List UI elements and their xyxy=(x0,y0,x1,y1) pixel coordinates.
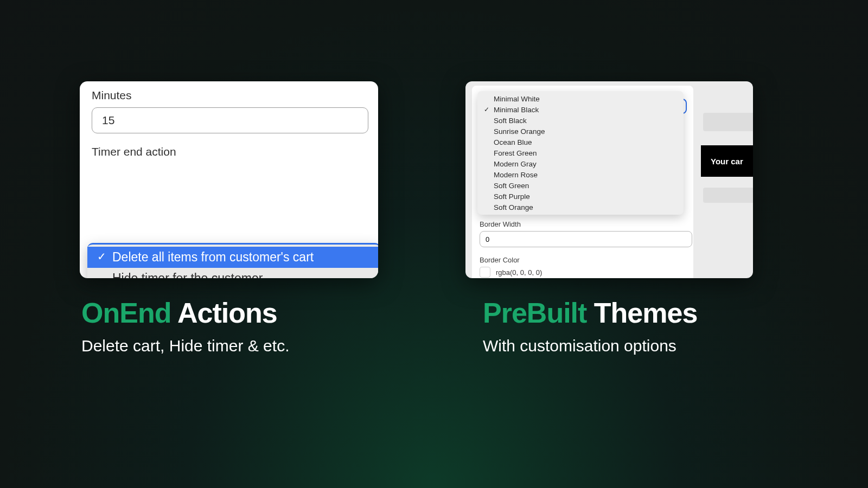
border-color-value: rgba(0, 0, 0, 0) xyxy=(496,268,542,277)
color-swatch[interactable] xyxy=(480,267,490,278)
theme-option-sunrise-orange[interactable]: Sunrise Orange xyxy=(477,126,684,137)
option-hide-timer[interactable]: Hide timer for the customer xyxy=(87,268,378,278)
timer-end-action-dropdown[interactable]: Delete all items from customer's cart Hi… xyxy=(87,243,378,278)
theme-option-ocean-blue[interactable]: Ocean Blue xyxy=(477,137,684,147)
minutes-input[interactable] xyxy=(92,107,368,133)
border-color-label: Border Color xyxy=(480,256,520,264)
caption-prebuilt-title: PreBuilt Themes xyxy=(483,297,697,329)
theme-option-modern-rose[interactable]: Modern Rose xyxy=(477,169,684,180)
caption-onend-sub: Delete cart, Hide timer & etc. xyxy=(81,337,289,355)
border-width-label: Border Width xyxy=(480,220,521,228)
preview-placeholder-bottom xyxy=(703,188,753,203)
caption-onend-title: OnEnd Actions xyxy=(81,297,289,329)
border-width-input[interactable] xyxy=(480,231,692,247)
caption-onend: OnEnd Actions Delete cart, Hide timer & … xyxy=(81,297,289,355)
theme-dropdown[interactable]: Minimal White Minimal Black Soft Black S… xyxy=(477,91,684,215)
minutes-label: Minutes xyxy=(92,89,368,102)
theme-option-minimal-white[interactable]: Minimal White xyxy=(477,93,684,104)
theme-option-soft-green[interactable]: Soft Green xyxy=(477,180,684,191)
caption-prebuilt: PreBuilt Themes With customisation optio… xyxy=(483,297,697,355)
prebuilt-themes-panel: Minimal White Minimal Black Soft Black S… xyxy=(465,81,753,278)
option-delete-cart[interactable]: Delete all items from customer's cart xyxy=(87,247,378,268)
caption-prebuilt-sub: With customisation options xyxy=(483,337,697,355)
theme-option-soft-orange[interactable]: Soft Orange xyxy=(477,202,684,213)
theme-option-soft-black[interactable]: Soft Black xyxy=(477,115,684,126)
timer-end-action-label: Timer end action xyxy=(92,145,368,158)
preview-placeholder-top xyxy=(703,113,753,131)
border-color-row[interactable]: rgba(0, 0, 0, 0) xyxy=(480,267,542,278)
themes-inner-card: Minimal White Minimal Black Soft Black S… xyxy=(472,86,693,278)
onend-actions-panel: Minutes Timer end action Delete all item… xyxy=(80,81,378,278)
caption-onend-rest: Actions xyxy=(171,297,277,329)
theme-option-soft-purple[interactable]: Soft Purple xyxy=(477,191,684,202)
theme-option-modern-gray[interactable]: Modern Gray xyxy=(477,158,684,169)
theme-option-minimal-black[interactable]: Minimal Black xyxy=(477,104,684,115)
caption-prebuilt-rest: Themes xyxy=(586,297,697,329)
caption-prebuilt-accent: PreBuilt xyxy=(483,297,586,329)
theme-option-forest-green[interactable]: Forest Green xyxy=(477,147,684,158)
preview-cart-banner: Your car xyxy=(701,145,753,177)
caption-onend-accent: OnEnd xyxy=(81,297,171,329)
